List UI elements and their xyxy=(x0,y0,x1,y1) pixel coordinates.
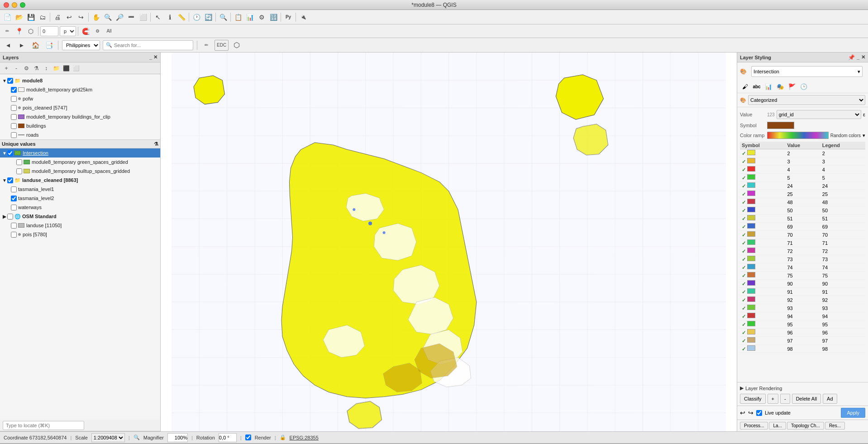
snap-config-btn[interactable]: ⚙ xyxy=(92,26,103,37)
value-expr-icon[interactable]: ε xyxy=(863,112,865,117)
px-unit[interactable]: px xyxy=(60,26,76,36)
renderer-select[interactable]: Categorized xyxy=(748,95,865,105)
open-btn[interactable]: 📂 xyxy=(14,12,24,23)
layer-group-module8[interactable]: ▼ 📁 module8 xyxy=(0,76,160,85)
history-icon-btn[interactable]: 🕒 xyxy=(799,82,809,92)
search-btn[interactable]: 🔍 xyxy=(218,12,229,23)
layers-remove-btn[interactable]: - xyxy=(12,64,21,73)
layer-waterways[interactable]: waterways xyxy=(0,203,160,212)
close-button[interactable] xyxy=(4,2,9,8)
styling-pin-icon[interactable]: 📌 xyxy=(848,54,855,61)
edc-btn[interactable]: EDC xyxy=(215,40,229,51)
pois-checkbox[interactable] xyxy=(11,105,17,111)
table-btn[interactable]: 📋 xyxy=(233,12,243,23)
measure-btn[interactable]: 📏 xyxy=(176,12,187,23)
zoom-out-btn[interactable]: ➖ xyxy=(126,12,137,23)
apply-button[interactable]: Apply xyxy=(841,408,865,418)
category-row[interactable]: ✓ 91 91 xyxy=(740,288,865,296)
python-btn[interactable]: Py xyxy=(283,12,294,23)
nav-layers-btn[interactable]: 📑 xyxy=(43,40,54,51)
category-row[interactable]: ✓ 24 24 xyxy=(740,182,865,190)
category-row[interactable]: ✓ 72 72 xyxy=(740,247,865,255)
qgis-btn[interactable]: ⬡ xyxy=(231,40,242,51)
intersection-checkbox[interactable] xyxy=(7,150,13,156)
layer-pois[interactable]: pois_cleaned [5747] xyxy=(0,103,160,112)
edit-mode-btn[interactable]: ✏ xyxy=(201,40,212,51)
module8-checkbox[interactable] xyxy=(7,78,13,84)
identify-btn[interactable]: ℹ xyxy=(164,12,175,23)
edit-btn[interactable]: ✏ xyxy=(2,26,13,37)
bar-icon-btn[interactable]: 📊 xyxy=(763,82,773,92)
advanced-button[interactable]: Ad xyxy=(823,394,837,404)
layers-close-icon[interactable]: ✕ xyxy=(153,54,157,60)
tab-process[interactable]: Process... xyxy=(740,422,768,430)
category-row[interactable]: ✓ 3 3 xyxy=(740,158,865,166)
pois5780-checkbox[interactable] xyxy=(11,232,17,238)
layer-roads[interactable]: roads xyxy=(0,130,160,139)
nav-home-btn[interactable]: 🏠 xyxy=(30,40,41,51)
color-ramp-arrow[interactable]: ▾ xyxy=(863,133,865,138)
crs-display[interactable]: EPSG:28355 xyxy=(290,435,319,440)
buildings-checkbox[interactable] xyxy=(11,123,17,129)
redo-style-icon[interactable]: ↪ xyxy=(748,409,754,416)
category-row[interactable]: ✓ 90 90 xyxy=(740,280,865,288)
builtup-checkbox[interactable] xyxy=(16,168,22,174)
layer-pois5780[interactable]: pois [5780] xyxy=(0,230,160,239)
pan-btn[interactable]: ✋ xyxy=(91,12,101,23)
styling-close-icon[interactable]: ✕ xyxy=(861,54,865,61)
category-row[interactable]: ✓ 97 97 xyxy=(740,337,865,345)
tasmania2-checkbox[interactable] xyxy=(11,196,17,201)
color-ramp-bar[interactable] xyxy=(767,132,829,139)
node-btn[interactable]: ⬡ xyxy=(25,26,36,37)
pofw-checkbox[interactable] xyxy=(11,96,17,102)
save-btn[interactable]: 💾 xyxy=(25,12,36,23)
stats-btn[interactable]: 📊 xyxy=(244,12,255,23)
layer-pofw[interactable]: pofw xyxy=(0,94,160,103)
category-row[interactable]: ✓ 25 25 xyxy=(740,190,865,198)
layer-buildings[interactable]: buildings xyxy=(0,121,160,130)
layers-expand-btn[interactable]: ⬛ xyxy=(62,64,71,73)
plugin-btn[interactable]: 🔌 xyxy=(298,12,309,23)
maximize-button[interactable] xyxy=(20,2,25,8)
layers-filter-btn[interactable]: ⚗ xyxy=(32,64,41,73)
render-checkbox[interactable] xyxy=(245,434,251,440)
save-as-btn[interactable]: 🗂 xyxy=(37,12,48,23)
layer-grid25km[interactable]: module8_temporary grid25km xyxy=(0,85,160,94)
waterways-checkbox[interactable] xyxy=(11,205,17,210)
symbol-swatch[interactable] xyxy=(767,122,794,129)
map-area[interactable] xyxy=(161,53,737,431)
category-row[interactable]: ✓ 94 94 xyxy=(740,312,865,320)
osm-checkbox[interactable] xyxy=(7,214,13,220)
green-spaces-checkbox[interactable] xyxy=(16,159,22,165)
delete-all-button[interactable]: Delete All xyxy=(792,394,821,404)
category-row[interactable]: ✓ 92 92 xyxy=(740,296,865,304)
layer-buildings-clip[interactable]: module8_temporary buildings_for_clip xyxy=(0,112,160,121)
delete-category-button[interactable]: - xyxy=(780,394,790,404)
zoom-btn[interactable]: 🔍 xyxy=(102,12,113,23)
grid25km-checkbox[interactable] xyxy=(11,87,17,93)
uv-filter-icon[interactable]: ⚗ xyxy=(154,141,158,147)
layer-builtup-spaces[interactable]: module8_temporary builtup_spaces_gridded xyxy=(0,167,160,176)
category-row[interactable]: ✓ 74 74 xyxy=(740,263,865,272)
category-row[interactable]: ✓ 70 70 xyxy=(740,231,865,239)
mask-icon-btn[interactable]: 🎭 xyxy=(775,82,785,92)
category-row[interactable]: ✓ 93 93 xyxy=(740,304,865,312)
locate-input[interactable] xyxy=(3,421,84,430)
layer-landuse11050[interactable]: landuse [11050] xyxy=(0,221,160,230)
tab-res[interactable]: Res... xyxy=(825,422,845,430)
zoom-extent-btn[interactable]: ⬜ xyxy=(138,12,148,23)
layer-rendering-row[interactable]: ▶ Layer Rendering xyxy=(740,384,865,392)
undo-btn[interactable]: ↩ xyxy=(64,12,75,23)
landuse-checkbox[interactable] xyxy=(7,177,13,183)
buildings-clip-checkbox[interactable] xyxy=(11,114,17,120)
category-row[interactable]: ✓ 75 75 xyxy=(740,272,865,280)
layers-add-btn[interactable]: + xyxy=(2,64,11,73)
magnifier-input[interactable] xyxy=(167,433,188,442)
category-row[interactable]: ✓ 71 71 xyxy=(740,239,865,247)
layers-props-btn[interactable]: ⚙ xyxy=(22,64,31,73)
category-row[interactable]: ✓ 50 50 xyxy=(740,206,865,215)
layer-green-spaces[interactable]: module8_temporary green_spaces_gridded xyxy=(0,158,160,167)
landuse11050-checkbox[interactable] xyxy=(11,223,17,229)
category-row[interactable]: ✓ 69 69 xyxy=(740,223,865,231)
live-update-checkbox[interactable] xyxy=(756,410,762,416)
